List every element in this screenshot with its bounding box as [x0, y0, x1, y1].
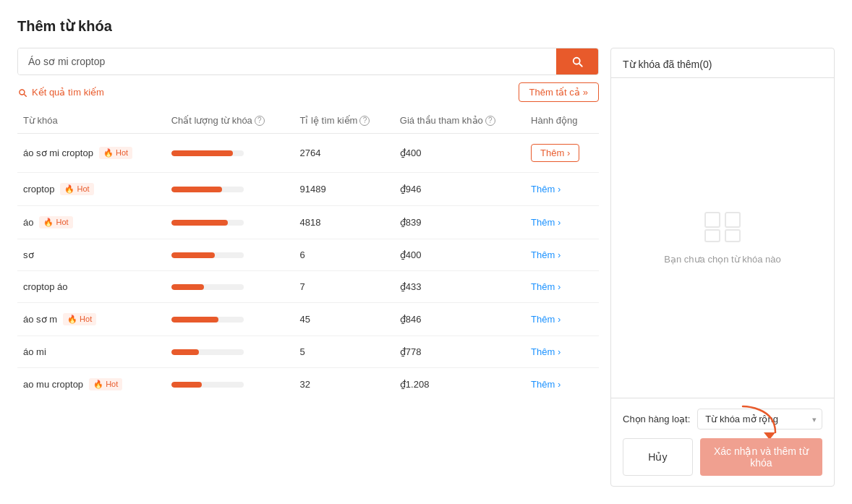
- search-icon: [571, 55, 584, 68]
- empty-text: Bạn chưa chọn từ khóa nào: [664, 254, 780, 265]
- search-rate-help-icon[interactable]: ?: [359, 116, 370, 126]
- batch-select-row: Chọn hàng loạt: Từ khóa mở rộng: [623, 409, 822, 430]
- add-keyword-button[interactable]: Thêm ›: [531, 184, 561, 195]
- bid-price-cell: ₫846: [394, 303, 525, 336]
- quality-help-icon[interactable]: ?: [255, 116, 265, 126]
- table-row: ao mu croptop🔥 Hot32₫1.208Thêm ›: [17, 368, 599, 401]
- quality-bar: [171, 382, 202, 388]
- search-rate-cell: 6: [294, 239, 394, 271]
- add-all-arrow: »: [583, 87, 588, 98]
- action-cell: Thêm ›: [525, 134, 599, 173]
- add-keyword-button[interactable]: Thêm ›: [531, 281, 561, 292]
- keyword-name: croptop áo: [23, 281, 160, 292]
- left-panel: Kết quả tìm kiếm Thêm tất cả » Từ khóa: [17, 48, 599, 487]
- keyword-name: sơ: [23, 249, 160, 260]
- bid-price-cell: ₫778: [394, 336, 525, 368]
- action-cell: Thêm ›: [525, 206, 599, 239]
- svg-marker-4: [764, 432, 775, 438]
- th-action: Hành động: [525, 108, 599, 134]
- quality-bar-container: [171, 284, 244, 290]
- results-label: Kết quả tìm kiếm: [17, 87, 104, 98]
- search-input[interactable]: [18, 48, 556, 74]
- quality-bar-container: [171, 317, 244, 323]
- bid-price-cell: ₫1.208: [394, 368, 525, 401]
- quality-bar-container: [171, 150, 244, 156]
- search-rate-cell: 91489: [294, 173, 394, 206]
- search-rate-cell: 4818: [294, 206, 394, 239]
- quality-bar: [171, 187, 222, 192]
- svg-rect-2: [705, 230, 720, 242]
- action-cell: Thêm ›: [525, 336, 599, 368]
- hot-badge: 🔥 Hot: [99, 147, 132, 159]
- table-row: croptop áo7₫433Thêm ›: [17, 271, 599, 303]
- keyword-cell: áo mi: [17, 336, 166, 368]
- right-panel-header: Từ khóa đã thêm(0): [611, 48, 834, 78]
- search-rate-cell: 5: [294, 336, 394, 368]
- search-rate-cell: 7: [294, 271, 394, 303]
- empty-icon: [704, 211, 741, 245]
- page-title: Thêm từ khóa: [17, 17, 835, 35]
- results-label-text: Kết quả tìm kiếm: [32, 87, 104, 98]
- action-cell: Thêm ›: [525, 303, 599, 336]
- quality-bar: [171, 284, 204, 290]
- action-cell: Thêm ›: [525, 368, 599, 401]
- quality-bar: [171, 150, 233, 156]
- quality-bar-container: [171, 220, 244, 226]
- quality-bar: [171, 220, 228, 226]
- keyword-cell: croptop🔥 Hot: [17, 173, 166, 206]
- quality-bar: [171, 317, 218, 323]
- quality-cell: [166, 368, 294, 401]
- right-panel: Từ khóa đã thêm(0) Bạn chưa chọn từ khóa…: [610, 48, 835, 487]
- add-keyword-button[interactable]: Thêm ›: [531, 379, 561, 390]
- keyword-cell: ao mu croptop🔥 Hot: [17, 368, 166, 401]
- th-quality: Chất lượng từ khóa ?: [166, 108, 294, 134]
- table-row: áo sơ mi croptop🔥 Hot2764₫400Thêm ›: [17, 134, 599, 173]
- add-keyword-button[interactable]: Thêm ›: [531, 314, 561, 325]
- quality-bar-container: [171, 187, 244, 192]
- arrow-indicator: [736, 403, 779, 440]
- svg-rect-0: [705, 213, 720, 227]
- quality-cell: [166, 336, 294, 368]
- hot-badge: 🔥 Hot: [63, 313, 96, 325]
- bid-price-cell: ₫839: [394, 206, 525, 239]
- search-button[interactable]: [556, 48, 598, 74]
- right-panel-body: Bạn chưa chọn từ khóa nào: [611, 78, 834, 398]
- quality-cell: [166, 271, 294, 303]
- svg-rect-3: [725, 230, 740, 242]
- bid-price-cell: ₫400: [394, 239, 525, 271]
- quality-cell: [166, 173, 294, 206]
- add-keyword-button[interactable]: Thêm ›: [531, 144, 579, 162]
- footer-buttons: Hủy Xác nhận và thêm từ khóa: [623, 438, 822, 476]
- search-rate-cell: 32: [294, 368, 394, 401]
- hot-badge: 🔥 Hot: [60, 183, 93, 195]
- hot-badge: 🔥 Hot: [89, 378, 122, 390]
- th-keyword: Từ khóa: [17, 108, 166, 134]
- keyword-name: áo sơ m🔥 Hot: [23, 313, 160, 325]
- cancel-button[interactable]: Hủy: [623, 438, 693, 476]
- table-row: áo sơ m🔥 Hot45₫846Thêm ›: [17, 303, 599, 336]
- keyword-cell: áo sơ mi croptop🔥 Hot: [17, 134, 166, 173]
- quality-bar: [171, 349, 199, 355]
- search-small-icon: [17, 87, 27, 98]
- keyword-cell: áo🔥 Hot: [17, 206, 166, 239]
- batch-label: Chọn hàng loạt:: [623, 414, 690, 424]
- keyword-name: áo🔥 Hot: [23, 216, 160, 228]
- add-keyword-button[interactable]: Thêm ›: [531, 217, 561, 228]
- add-keyword-button[interactable]: Thêm ›: [531, 346, 561, 357]
- quality-bar: [171, 252, 215, 258]
- bid-price-cell: ₫946: [394, 173, 525, 206]
- keyword-cell: croptop áo: [17, 271, 166, 303]
- th-search-rate: Tỉ lệ tìm kiếm ?: [294, 108, 394, 134]
- table-row: sơ6₫400Thêm ›: [17, 239, 599, 271]
- keyword-cell: sơ: [17, 239, 166, 271]
- action-cell: Thêm ›: [525, 271, 599, 303]
- confirm-button[interactable]: Xác nhận và thêm từ khóa: [700, 438, 822, 476]
- quality-cell: [166, 134, 294, 173]
- add-keyword-button[interactable]: Thêm ›: [531, 249, 561, 260]
- added-keywords-title: Từ khóa đã thêm(0): [623, 59, 712, 70]
- bid-price-help-icon[interactable]: ?: [485, 116, 495, 126]
- add-all-label: Thêm tất cả: [529, 87, 580, 98]
- add-all-button[interactable]: Thêm tất cả »: [519, 82, 599, 102]
- search-rate-cell: 45: [294, 303, 394, 336]
- svg-rect-1: [725, 213, 740, 227]
